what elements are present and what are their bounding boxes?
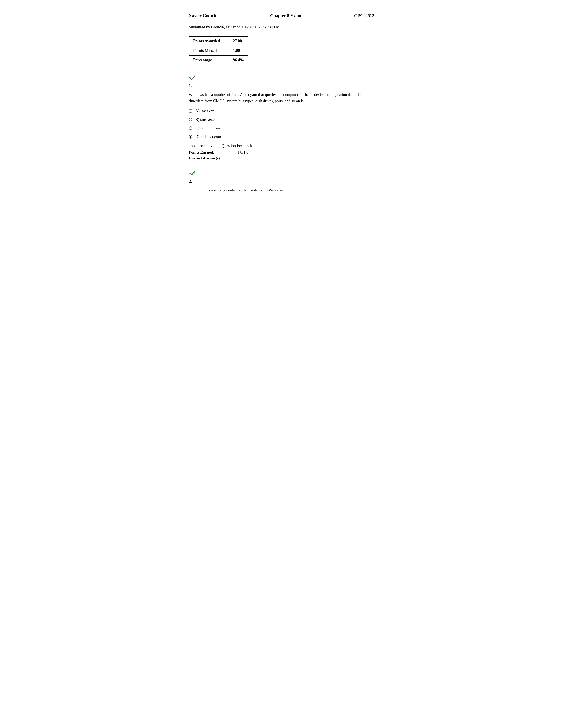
option-1b-label: B) smss.exe	[195, 117, 214, 122]
score-table-row: Points Missed1.00	[189, 46, 248, 55]
option-1b[interactable]: B) smss.exe	[189, 117, 374, 122]
option-1c-label: C) ntbootdd.sys	[195, 126, 220, 131]
question-2-text: is a storage controller device driver in…	[189, 187, 374, 193]
option-1c[interactable]: C) ntbootdd.sys	[189, 126, 374, 131]
score-value: 1.00	[229, 46, 248, 55]
points-earned-value-1: 1.0/1.0	[237, 150, 248, 155]
feedback-correct-row-1: Correct Answer(s): D	[189, 156, 374, 161]
radio-1d	[189, 135, 192, 139]
option-1a[interactable]: A) lsass.exe	[189, 109, 374, 113]
radio-1b	[189, 118, 192, 121]
course-code: CIST 2612	[354, 13, 374, 18]
page-header: Xavier Godwin Chapter 8 Exam CIST 2612	[189, 13, 374, 18]
score-table-row: Percentage96.4%	[189, 55, 248, 65]
option-1a-label: A) lsass.exe	[195, 109, 214, 113]
option-1d-label: D) ntdetect.com	[195, 135, 221, 139]
exam-title: Chapter 8 Exam	[270, 13, 302, 18]
question-2-number: 2.	[189, 179, 374, 184]
correct-answers-label-1: Correct Answer(s):	[189, 156, 237, 161]
student-name: Xavier Godwin	[189, 13, 217, 18]
feedback-points-row-1: Points Earned: 1.0/1.0	[189, 150, 374, 155]
radio-1c	[189, 126, 192, 130]
question-2-block: 2. is a storage controller device driver…	[189, 169, 374, 193]
score-table: Points Awarded27.00Points Missed1.00Perc…	[189, 36, 248, 65]
correct-icon-2	[189, 169, 196, 178]
score-value: 96.4%	[229, 55, 248, 65]
radio-1a	[189, 109, 192, 113]
score-label: Points Missed	[189, 46, 229, 55]
score-table-row: Points Awarded27.00	[189, 36, 248, 46]
correct-icon-1	[189, 74, 196, 83]
feedback-table-label-1: Table for Individual Question Feedback	[189, 144, 374, 148]
option-1d[interactable]: D) ntdetect.com	[189, 135, 374, 139]
score-label: Percentage	[189, 55, 229, 65]
points-earned-label-1: Points Earned:	[189, 150, 237, 155]
question-1-block: 1. Windows has a number of files. A prog…	[189, 74, 374, 161]
correct-answers-value-1: D	[237, 156, 240, 161]
question-1-text: Windows has a number of files. A program…	[189, 92, 374, 104]
question-1-number: 1.	[189, 83, 374, 88]
score-value: 27.00	[229, 36, 248, 46]
submitted-line: Submitted by Godwin,Xavier on 10/28/2015…	[189, 25, 374, 30]
score-label: Points Awarded	[189, 36, 229, 46]
